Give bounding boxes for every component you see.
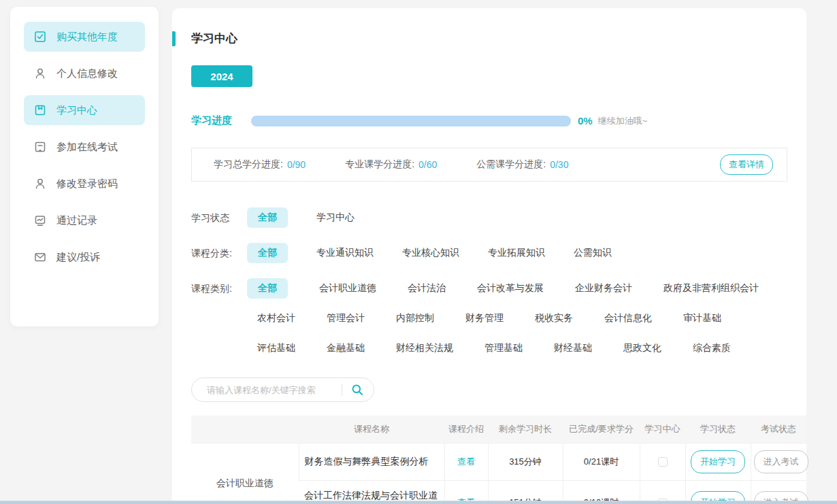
bookmark-book-icon xyxy=(33,103,47,117)
filter-option[interactable]: 公需知识 xyxy=(574,247,612,259)
sidebar-item-edit-profile[interactable]: 个人信息修改 xyxy=(24,58,145,88)
year-2024-button[interactable]: 2024 xyxy=(191,65,252,87)
sidebar-item-change-password[interactable]: 修改登录密码 xyxy=(24,169,145,199)
filter-label: 课程类别: xyxy=(191,278,247,299)
filter-option-all[interactable]: 全部 xyxy=(247,207,288,228)
credit-label: 专业课学分进度: xyxy=(345,158,414,171)
exam-document-icon xyxy=(33,140,47,154)
filter-option[interactable]: 农村会计 xyxy=(257,312,295,324)
filter-option[interactable]: 管理会计 xyxy=(327,312,365,324)
credit-summary-box: 学习总学分进度: 0/90 专业课学分进度: 0/60 公需课学分进度: 0/3… xyxy=(191,148,787,182)
credit-label: 学习总学分进度: xyxy=(214,158,283,171)
filter-label: 学习状态 xyxy=(191,207,247,228)
page-title-row: 学习中心 xyxy=(172,31,806,46)
column-header-course-name: 课程名称 xyxy=(299,416,444,443)
filter-option[interactable]: 管理基础 xyxy=(485,342,523,354)
column-header-study-status: 学习状态 xyxy=(685,416,751,443)
view-intro-link[interactable]: 查看 xyxy=(457,456,475,467)
remaining-time: 315分钟 xyxy=(488,443,563,480)
filter-option[interactable]: 专业核心知识 xyxy=(402,247,459,259)
learning-center-checkbox[interactable] xyxy=(658,457,668,467)
credit-item-professional: 专业课学分进度: 0/60 xyxy=(345,158,437,171)
record-chart-icon xyxy=(33,214,47,227)
filter-study-status: 学习状态 全部 学习中心 xyxy=(191,207,806,228)
filter-option[interactable]: 金融基础 xyxy=(327,342,365,354)
search-icon xyxy=(350,383,364,397)
filters-section: 学习状态 全部 学习中心 课程分类: 全部 专业通识知识 专业核心知识 专业拓展… xyxy=(191,207,806,358)
credit-label: 公需课学分进度: xyxy=(476,158,546,171)
filter-label: 课程分类: xyxy=(191,243,247,263)
filter-option[interactable]: 财经基础 xyxy=(554,342,592,354)
sidebar-item-label: 建议/投诉 xyxy=(56,251,100,264)
filter-option-all[interactable]: 全部 xyxy=(247,243,288,263)
sidebar-item-label: 参加在线考试 xyxy=(56,141,118,154)
progress-bar xyxy=(251,116,571,127)
filter-option[interactable]: 学习中心 xyxy=(316,212,355,224)
credit-value: 0/90 xyxy=(287,159,306,170)
credits-progress: 0/21课时 xyxy=(563,443,640,480)
sidebar-item-suggestions[interactable]: 建议/投诉 xyxy=(24,242,145,272)
filter-option[interactable]: 会计法治 xyxy=(408,282,446,295)
sidebar-item-label: 学习中心 xyxy=(56,104,97,117)
filter-option[interactable]: 专业通识知识 xyxy=(316,247,374,259)
sidebar-item-label: 通过记录 xyxy=(56,214,97,227)
person-icon xyxy=(33,67,47,80)
search-divider xyxy=(342,384,342,396)
filter-option[interactable]: 会计信息化 xyxy=(604,312,652,324)
filter-option[interactable]: 内部控制 xyxy=(396,312,434,324)
filter-option[interactable]: 政府及非营利组织会计 xyxy=(663,282,759,295)
column-header-learning-center: 学习中心 xyxy=(640,416,685,443)
page-title: 学习中心 xyxy=(191,31,237,46)
ballot-check-icon xyxy=(33,30,47,44)
search-button[interactable] xyxy=(350,383,364,397)
start-study-button[interactable]: 开始学习 xyxy=(691,450,745,473)
main-panel: 学习中心 2024 学习进度 0% 继续加油哦~ 学习总学分进度: 0/90 专… xyxy=(172,8,806,504)
table-header-row: 课程名称 课程介绍 剩余学习时长 已完成/要求学分 学习中心 学习状态 考试状态 xyxy=(191,416,806,443)
filter-option[interactable]: 专业拓展知识 xyxy=(488,247,545,259)
progress-encourage-text: 继续加油哦~ xyxy=(598,115,648,127)
progress-label: 学习进度 xyxy=(191,114,232,127)
sidebar-item-buy-other-year[interactable]: 购买其他年度 xyxy=(24,22,145,52)
sidebar-item-pass-records[interactable]: 通过记录 xyxy=(24,205,145,235)
filter-option[interactable]: 企业财务会计 xyxy=(575,282,632,295)
sidebar-item-online-exam[interactable]: 参加在线考试 xyxy=(24,132,145,162)
view-details-button[interactable]: 查看详情 xyxy=(720,154,773,175)
filter-option[interactable]: 税收实务 xyxy=(535,312,573,324)
sidebar-item-label: 购买其他年度 xyxy=(56,31,118,44)
sidebar: 购买其他年度 个人信息修改 学习中心 参加在线考试 修改登录密码 通过记录 xyxy=(10,7,159,326)
search-input[interactable] xyxy=(207,385,338,395)
filter-option-all[interactable]: 全部 xyxy=(247,278,288,299)
credit-value: 0/30 xyxy=(550,159,568,170)
sidebar-item-learning-center[interactable]: 学习中心 xyxy=(24,95,145,125)
credit-item-public: 公需课学分进度: 0/30 xyxy=(476,158,568,171)
filter-course-type: 课程类别: 全部 会计职业道德 会计法治 会计改革与发展 企业财务会计 政府及非… xyxy=(191,278,806,358)
credit-value: 0/60 xyxy=(419,159,437,170)
filter-option[interactable]: 审计基础 xyxy=(683,312,721,324)
course-category-cell: 会计职业道德 xyxy=(191,443,299,504)
sidebar-item-label: 个人信息修改 xyxy=(56,67,118,80)
filter-course-category: 课程分类: 全部 专业通识知识 专业核心知识 专业拓展知识 公需知识 xyxy=(191,243,806,263)
course-table: 课程名称 课程介绍 剩余学习时长 已完成/要求学分 学习中心 学习状态 考试状态… xyxy=(191,416,806,504)
filter-option[interactable]: 综合素质 xyxy=(693,342,731,354)
filter-option[interactable]: 财经相关法规 xyxy=(396,342,453,354)
filter-option[interactable]: 评估基础 xyxy=(257,342,295,354)
title-accent-bar xyxy=(172,31,176,46)
person-icon xyxy=(33,177,47,190)
filter-option[interactable]: 会计改革与发展 xyxy=(477,282,544,295)
column-header-exam-status: 考试状态 xyxy=(751,416,806,443)
course-search-box xyxy=(191,377,374,402)
sidebar-item-label: 修改登录密码 xyxy=(56,178,118,190)
credit-item-total: 学习总学分进度: 0/90 xyxy=(214,158,306,171)
table-row: 会计职业道德 财务造假与舞弊典型案例分析 查看 315分钟 0/21课时 开始学… xyxy=(191,443,806,480)
column-header-intro: 课程介绍 xyxy=(444,416,488,443)
progress-row: 学习进度 0% 继续加油哦~ xyxy=(191,114,806,127)
mail-icon xyxy=(33,250,47,264)
filter-option[interactable]: 财务管理 xyxy=(465,312,504,324)
column-header-category xyxy=(191,416,299,443)
column-header-remaining-time: 剩余学习时长 xyxy=(488,416,563,443)
filter-option[interactable]: 会计职业道德 xyxy=(319,282,376,295)
progress-percent: 0% xyxy=(578,115,593,127)
horizontal-scrollbar[interactable] xyxy=(0,501,837,504)
filter-option[interactable]: 思政文化 xyxy=(623,342,661,354)
enter-exam-button[interactable]: 进入考试 xyxy=(754,450,808,473)
